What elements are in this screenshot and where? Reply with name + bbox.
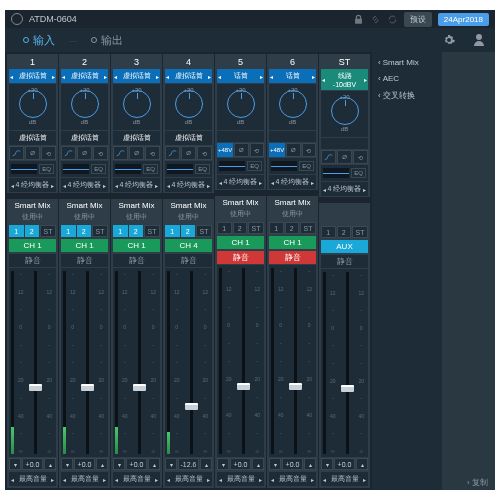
bus-2-button[interactable]: 2 — [181, 225, 196, 237]
eq-graph[interactable] — [219, 161, 245, 171]
link-button[interactable]: ⟲ — [302, 143, 316, 157]
eq-graph[interactable] — [271, 161, 297, 171]
phantom-button[interactable]: +48V — [217, 143, 233, 157]
value-down-button[interactable]: ▾ — [321, 458, 333, 470]
fader-value[interactable]: +0.0 — [74, 458, 95, 470]
eq-graph[interactable] — [63, 164, 89, 174]
link-button[interactable]: ⟲ — [353, 150, 368, 164]
refresh-icon[interactable] — [387, 14, 398, 25]
mute-button[interactable]: 静音 — [61, 254, 108, 267]
tab-output[interactable]: 输出 — [81, 31, 133, 50]
max-volume-select[interactable]: ◂最高音量▸ — [61, 472, 108, 486]
channel-assign-button[interactable]: CH 1 — [9, 239, 56, 252]
value-down-button[interactable]: ▾ — [113, 458, 125, 470]
value-up-button[interactable]: ▴ — [304, 458, 316, 470]
st-button[interactable]: ST — [352, 226, 368, 238]
eq-preset-select[interactable]: ◂4 经均衡器▸ — [217, 175, 264, 189]
phase-button[interactable]: Ø — [77, 146, 92, 160]
st-button[interactable]: ST — [300, 222, 316, 234]
input-type-select[interactable]: ◂虚拟话筒▸ — [61, 69, 108, 83]
phantom-button[interactable]: +48V — [269, 143, 285, 157]
bus-1-button[interactable]: 1 — [165, 225, 180, 237]
bus-1-button[interactable]: 1 — [321, 226, 336, 238]
max-volume-select[interactable]: ◂最高音量▸ — [9, 472, 56, 486]
st-button[interactable]: ST — [40, 225, 56, 237]
bus-1-button[interactable]: 1 — [113, 225, 128, 237]
eq-button[interactable]: EQ — [299, 161, 314, 171]
bus-1-button[interactable]: 1 — [9, 225, 24, 237]
max-volume-select[interactable]: ◂最高音量▸ — [217, 472, 264, 486]
eq-button[interactable]: EQ — [195, 164, 210, 174]
st-button[interactable]: ST — [144, 225, 160, 237]
bus-2-button[interactable]: 2 — [25, 225, 40, 237]
sidebar-item-crossfade[interactable]: 交叉转换 — [376, 88, 438, 103]
fader-value[interactable]: -12.6 — [178, 458, 199, 470]
max-volume-select[interactable]: ◂最高音量▸ — [165, 472, 212, 486]
bus-2-button[interactable]: 2 — [337, 226, 352, 238]
eq-graph[interactable] — [167, 164, 193, 174]
user-icon[interactable] — [471, 32, 487, 48]
bus-1-button[interactable]: 1 — [61, 225, 76, 237]
max-volume-select[interactable]: ◂最高音量▸ — [269, 472, 316, 486]
mute-button[interactable]: 静音 — [217, 251, 264, 264]
input-type-select[interactable]: ◂话筒▸ — [217, 69, 264, 83]
value-up-button[interactable]: ▴ — [148, 458, 160, 470]
lowcut-button[interactable] — [321, 150, 336, 164]
phase-button[interactable]: Ø — [129, 146, 144, 160]
bus-2-button[interactable]: 2 — [77, 225, 92, 237]
phase-button[interactable]: Ø — [25, 146, 40, 160]
eq-preset-select[interactable]: ◂4 经均衡器▸ — [165, 178, 212, 192]
value-down-button[interactable]: ▾ — [269, 458, 281, 470]
gear-icon[interactable] — [441, 32, 457, 48]
eq-preset-select[interactable]: ◂4 经均衡器▸ — [113, 178, 160, 192]
value-down-button[interactable]: ▾ — [9, 458, 21, 470]
fader-value[interactable]: +0.0 — [334, 458, 355, 470]
mute-button[interactable]: 静音 — [269, 251, 316, 264]
fader-value[interactable]: +0.0 — [282, 458, 303, 470]
sidebar-item-aec[interactable]: AEC — [376, 72, 438, 85]
eq-preset-select[interactable]: ◂4 经均衡器▸ — [321, 182, 368, 196]
st-button[interactable]: ST — [196, 225, 212, 237]
channel-assign-button[interactable]: CH 1 — [217, 236, 264, 249]
eq-preset-select[interactable]: ◂4 经均衡器▸ — [61, 178, 108, 192]
lowcut-button[interactable] — [61, 146, 76, 160]
lock-icon[interactable] — [353, 14, 364, 25]
bus-2-button[interactable]: 2 — [233, 222, 248, 234]
mute-button[interactable]: 静音 — [165, 254, 212, 267]
gain-knob[interactable]: +20dB — [61, 84, 108, 130]
fader[interactable] — [346, 272, 349, 454]
value-down-button[interactable]: ▾ — [165, 458, 177, 470]
preview-button[interactable]: 预设 — [404, 12, 432, 27]
gain-knob[interactable]: +20dB — [269, 84, 316, 130]
input-type-select[interactable]: ◂虚拟话筒▸ — [9, 69, 56, 83]
phase-button[interactable]: Ø — [337, 150, 352, 164]
lowcut-button[interactable] — [9, 146, 24, 160]
eq-preset-select[interactable]: ◂4 经均衡器▸ — [269, 175, 316, 189]
value-up-button[interactable]: ▴ — [356, 458, 368, 470]
eq-graph[interactable] — [115, 164, 141, 174]
lowcut-button[interactable] — [165, 146, 180, 160]
st-button[interactable]: ST — [92, 225, 108, 237]
input-type-select[interactable]: ◂虚拟话筒▸ — [113, 69, 160, 83]
mute-button[interactable]: 静音 — [113, 254, 160, 267]
fader[interactable] — [34, 271, 37, 454]
fader[interactable] — [190, 271, 193, 454]
phase-button[interactable]: Ø — [234, 143, 248, 157]
value-down-button[interactable]: ▾ — [61, 458, 73, 470]
link-button[interactable]: ⟲ — [197, 146, 212, 160]
channel-assign-button[interactable]: CH 4 — [165, 239, 212, 252]
max-volume-select[interactable]: ◂最高音量▸ — [113, 472, 160, 486]
fader-value[interactable]: +0.0 — [230, 458, 251, 470]
value-up-button[interactable]: ▴ — [96, 458, 108, 470]
value-down-button[interactable]: ▾ — [217, 458, 229, 470]
value-up-button[interactable]: ▴ — [44, 458, 56, 470]
gain-knob[interactable]: +20dB — [217, 84, 264, 130]
gain-knob[interactable]: +20dB — [165, 84, 212, 130]
eq-button[interactable]: EQ — [351, 168, 366, 178]
eq-button[interactable]: EQ — [39, 164, 54, 174]
value-up-button[interactable]: ▴ — [200, 458, 212, 470]
input-type-select[interactable]: ◂话筒▸ — [269, 69, 316, 83]
input-type-select[interactable]: ◂线路 -10dBV▸ — [321, 69, 368, 90]
st-button[interactable]: ST — [248, 222, 264, 234]
bus-2-button[interactable]: 2 — [129, 225, 144, 237]
